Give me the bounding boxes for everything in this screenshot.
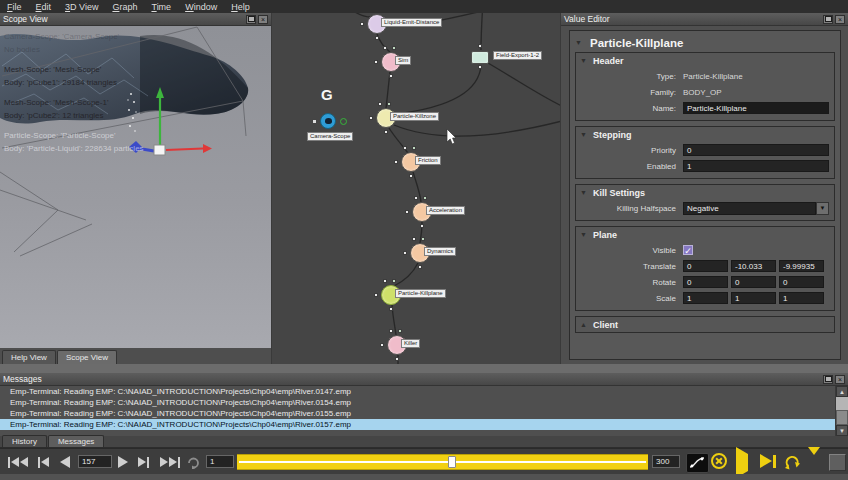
collapse-arrow-icon[interactable]: ▼ <box>580 231 588 238</box>
scroll-up-icon[interactable]: ▲ <box>836 386 848 397</box>
refresh-icon[interactable] <box>784 454 801 471</box>
node-plug[interactable] <box>420 224 424 228</box>
graph-node-killer[interactable]: Killer <box>387 335 407 355</box>
graph-node-liquid-emit-distance[interactable]: Liquid-Emit-Distance <box>367 14 387 34</box>
menu-item-graph[interactable]: Graph <box>105 2 144 12</box>
collapse-arrow-icon[interactable]: ▼ <box>580 189 588 196</box>
node-plug[interactable] <box>409 174 413 178</box>
translate-y-field[interactable]: -10.033 <box>731 260 776 272</box>
horizontal-splitter[interactable] <box>0 364 848 373</box>
collapse-arrow-icon[interactable]: ▼ <box>575 39 583 46</box>
node-plug[interactable] <box>405 210 409 214</box>
node-plug[interactable] <box>312 119 317 124</box>
node-plug[interactable] <box>380 343 384 347</box>
menu-item-help[interactable]: Help <box>224 2 257 12</box>
node-plug[interactable] <box>414 196 418 200</box>
name-field[interactable]: Particle-Killplane <box>683 102 829 114</box>
scope-3d-viewport[interactable]: Camera-Scope: 'Camera-Scope'No bodiesMes… <box>0 26 271 348</box>
node-plug[interactable] <box>423 196 427 200</box>
close-panel-button[interactable]: × <box>835 375 845 384</box>
scroll-down-icon[interactable]: ▼ <box>836 425 848 436</box>
node-plug[interactable] <box>360 22 364 26</box>
float-panel-button[interactable] <box>246 15 256 24</box>
node-plug[interactable] <box>384 130 388 134</box>
extra-tool-button[interactable] <box>829 454 846 471</box>
message-row[interactable]: Emp-Terminal: Reading EMP: C:\NAIAD_INTR… <box>0 397 835 408</box>
play-backward-button[interactable] <box>60 455 70 469</box>
message-row[interactable]: Emp-Terminal: Reading EMP: C:\NAIAD_INTR… <box>0 386 835 397</box>
rotate-x-field[interactable]: 0 <box>683 276 728 288</box>
node-plug[interactable] <box>394 160 398 164</box>
translate-z-field[interactable]: -9.99935 <box>779 260 824 272</box>
node-plug[interactable] <box>374 60 378 64</box>
node-plug[interactable] <box>378 102 382 106</box>
collapse-arrow-icon[interactable]: ▲ <box>580 321 588 328</box>
end-frame-field[interactable]: 300 <box>652 455 680 468</box>
menu-item-edit[interactable]: Edit <box>29 2 59 12</box>
scale-y-field[interactable]: 1 <box>731 292 776 304</box>
scroll-thumb[interactable] <box>836 410 848 425</box>
tab-messages[interactable]: Messages <box>48 435 104 447</box>
node-plug[interactable] <box>369 116 373 120</box>
message-row[interactable]: Emp-Terminal: Reading EMP: C:\NAIAD_INTR… <box>0 408 835 419</box>
step-simulation-button[interactable] <box>760 454 776 468</box>
menu-item-time[interactable]: Time <box>144 2 178 12</box>
curve-editor-button[interactable] <box>686 453 709 473</box>
node-plug[interactable] <box>383 279 387 283</box>
node-plug[interactable] <box>478 44 482 48</box>
priority-field[interactable]: 0 <box>683 144 829 156</box>
message-row[interactable]: Emp-Terminal: Reading EMP: C:\NAIAD_INTR… <box>0 419 835 430</box>
killing-halfspace-dropdown[interactable]: Negative ▼ <box>683 202 829 215</box>
node-plug[interactable] <box>389 74 393 78</box>
collapse-arrow-icon[interactable]: ▼ <box>580 131 588 138</box>
play-forward-button[interactable] <box>118 455 128 469</box>
node-plug[interactable] <box>387 102 391 106</box>
node-plug[interactable] <box>389 329 393 333</box>
step-back-button[interactable] <box>38 455 49 469</box>
abort-simulation-button[interactable] <box>711 453 727 469</box>
graph-node-sim[interactable]: Sim <box>381 52 401 72</box>
node-plug[interactable] <box>375 36 379 40</box>
node-plug[interactable] <box>389 307 393 311</box>
node-plug[interactable] <box>418 265 422 269</box>
node-graph-panel[interactable]: G Liquid-Emit-DistanceSimField-Export-1-… <box>272 13 560 364</box>
scale-x-field[interactable]: 1 <box>683 292 728 304</box>
timeline-playhead[interactable] <box>448 456 456 468</box>
step-forward-button[interactable] <box>138 455 149 469</box>
go-to-end-button[interactable] <box>160 455 180 469</box>
float-panel-button[interactable] <box>823 375 833 384</box>
node-plug[interactable] <box>403 251 407 255</box>
visible-checkbox[interactable]: ✓ <box>683 245 693 255</box>
graph-node-friction[interactable]: Friction <box>401 152 421 172</box>
node-plug[interactable] <box>412 146 416 150</box>
collapse-arrow-icon[interactable]: ▼ <box>580 57 588 64</box>
current-frame-field[interactable]: 157 <box>78 455 112 468</box>
rotate-z-field[interactable]: 0 <box>779 276 824 288</box>
rotate-y-field[interactable]: 0 <box>731 276 776 288</box>
node-plug[interactable] <box>403 146 407 150</box>
chevron-down-icon[interactable]: ▼ <box>816 202 829 215</box>
menu-item-file[interactable]: File <box>0 2 29 12</box>
node-plug[interactable] <box>421 237 425 241</box>
graph-node-dynamics[interactable]: Dynamics <box>410 243 430 263</box>
node-plug[interactable] <box>392 46 396 50</box>
timeline-track[interactable] <box>237 454 648 470</box>
messages-scrollbar[interactable]: ▲ ▼ <box>835 386 848 436</box>
node-plug[interactable] <box>395 357 399 361</box>
graph-node-field-export[interactable]: Field-Export-1-2 <box>471 47 489 64</box>
float-panel-button[interactable] <box>823 15 833 24</box>
graph-node-acceleration[interactable]: Acceleration <box>412 202 432 222</box>
graph-node-particle-killzone[interactable]: Particle-Killzone <box>376 108 396 128</box>
node-plug[interactable] <box>374 293 378 297</box>
node-plug[interactable] <box>398 329 402 333</box>
node-plug[interactable] <box>392 279 396 283</box>
enabled-field[interactable]: 1 <box>683 160 829 172</box>
node-plug[interactable] <box>478 65 482 69</box>
translate-x-field[interactable]: 0 <box>683 260 728 272</box>
loop-icon[interactable] <box>186 455 201 469</box>
loop-count-field[interactable]: 1 <box>206 455 234 468</box>
cache-to-disk-icon[interactable] <box>808 455 821 469</box>
node-plug[interactable] <box>412 237 416 241</box>
menu-item-window[interactable]: Window <box>178 2 224 12</box>
scale-z-field[interactable]: 1 <box>779 292 824 304</box>
